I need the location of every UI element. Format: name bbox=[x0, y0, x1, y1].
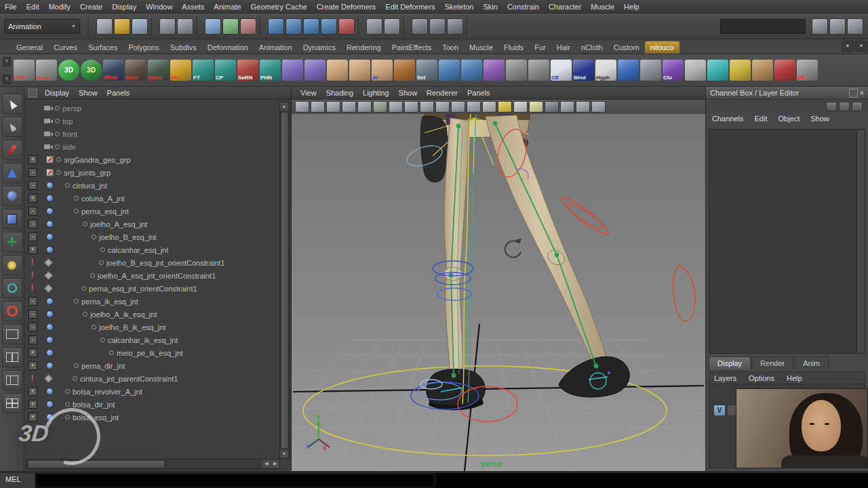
scroll-left-icon[interactable]: ◀ bbox=[262, 460, 271, 468]
viewport-menu-item[interactable]: Lighting bbox=[358, 87, 394, 98]
shelf-item[interactable] bbox=[618, 60, 639, 81]
shelf-overflow-right-icon[interactable]: ▼ bbox=[855, 41, 867, 52]
outliner-item[interactable]: - perna_esq_jnt bbox=[24, 205, 280, 218]
single-pane-layout-button[interactable] bbox=[2, 324, 22, 344]
close-panel-icon[interactable]: × bbox=[860, 89, 864, 97]
outliner-item[interactable]: ! perna_esq_jnt_orientConstraint1 bbox=[24, 282, 280, 295]
outliner-item[interactable]: ! cintura_jnt_parentConstraint1 bbox=[24, 372, 280, 385]
menubar-item[interactable]: Window bbox=[141, 1, 177, 12]
expand-toggle[interactable]: - bbox=[28, 168, 37, 177]
expand-toggle[interactable]: + bbox=[28, 155, 37, 164]
channel-speed-icon[interactable] bbox=[826, 102, 837, 111]
outliner-item[interactable]: persp bbox=[24, 102, 280, 115]
group-grip[interactable] bbox=[403, 18, 409, 35]
shelf-tab[interactable]: nilouco bbox=[645, 41, 679, 54]
shelf-item[interactable] bbox=[528, 60, 549, 81]
shelf-item[interactable]: tfRibl bbox=[103, 60, 124, 81]
shelf-tab[interactable]: Subdivs bbox=[165, 41, 202, 54]
group-grip[interactable] bbox=[259, 18, 265, 35]
viewport-menu-item[interactable]: Shading bbox=[321, 87, 358, 98]
shelf-item[interactable] bbox=[282, 60, 303, 81]
menubar-item[interactable]: Edit Deformers bbox=[380, 1, 439, 12]
outliner-vertical-scrollbar[interactable]: ▲ ▼ bbox=[279, 102, 290, 459]
shelf-tab[interactable]: Fluids bbox=[498, 41, 529, 54]
snap-to-grid-icon[interactable] bbox=[268, 18, 284, 35]
shelf-tab[interactable]: General bbox=[11, 41, 48, 54]
channel-manip-icon[interactable] bbox=[839, 102, 850, 111]
group-grip[interactable] bbox=[151, 18, 157, 35]
menubar-item[interactable]: Assets bbox=[177, 1, 209, 12]
render-settings-icon[interactable] bbox=[447, 18, 463, 35]
shelf-item[interactable] bbox=[752, 60, 773, 81]
shelf-item[interactable]: FT bbox=[193, 60, 214, 81]
scroll-down-icon[interactable]: ▼ bbox=[280, 450, 288, 458]
outliner-item[interactable]: + bolsa_dir_jnt bbox=[24, 398, 280, 411]
camera-attributes-icon[interactable] bbox=[326, 101, 340, 113]
undo-icon[interactable] bbox=[159, 18, 176, 35]
persp-outliner-layout-button[interactable] bbox=[2, 370, 22, 390]
redo-icon[interactable] bbox=[177, 18, 193, 35]
outliner-item[interactable]: + perna_dir_jnt bbox=[24, 359, 280, 372]
lock-camera-icon[interactable] bbox=[311, 101, 325, 113]
channel-pin-icon[interactable] bbox=[852, 102, 863, 111]
shelf-item[interactable]: jsFac bbox=[148, 60, 169, 81]
scroll-thumb[interactable] bbox=[281, 112, 289, 449]
menubar-item[interactable]: Geometry Cache bbox=[246, 1, 312, 12]
expand-toggle[interactable]: - bbox=[28, 220, 37, 228]
expand-toggle[interactable]: + bbox=[28, 194, 37, 203]
menubar-item[interactable]: Animate bbox=[209, 1, 245, 12]
outliner-item[interactable]: - joelho_B_esq_jnt bbox=[24, 230, 280, 243]
shelf-edit-icon[interactable]: ▼ bbox=[3, 75, 11, 84]
shelf-item[interactable]: Clu bbox=[663, 60, 684, 81]
menubar-item[interactable]: Create Deformers bbox=[312, 1, 380, 12]
film-gate-icon[interactable] bbox=[389, 101, 403, 113]
shelf-tab[interactable]: Curves bbox=[48, 41, 83, 54]
menubar-item[interactable]: Create bbox=[75, 1, 107, 12]
shelf-tab[interactable]: Toon bbox=[437, 41, 464, 54]
shelf-item[interactable] bbox=[685, 60, 706, 81]
shelf-item[interactable] bbox=[484, 60, 505, 81]
shelf-item[interactable] bbox=[506, 60, 527, 81]
outliner-item[interactable]: side bbox=[24, 140, 280, 153]
layer-editor-tab[interactable]: Display bbox=[709, 357, 751, 369]
shelf-item[interactable]: SaRN bbox=[237, 60, 258, 81]
open-scene-icon[interactable] bbox=[114, 18, 130, 35]
outliner-item[interactable]: ! joelho_B_esq_jnt_orientConstraint1 bbox=[24, 256, 280, 269]
outliner-horizontal-scrollbar[interactable]: ◀ ▶ bbox=[26, 459, 280, 470]
soft-modification-tool[interactable] bbox=[2, 255, 22, 275]
menubar-item[interactable]: Display bbox=[107, 1, 141, 12]
menubar-item[interactable]: Constrain bbox=[502, 1, 544, 12]
shelf-item[interactable]: r000 bbox=[14, 60, 35, 81]
shelf-tab[interactable]: Dynamics bbox=[298, 41, 341, 54]
shelf-item[interactable] bbox=[349, 60, 370, 81]
shelf-item[interactable]: CP bbox=[215, 60, 236, 81]
group-grip[interactable] bbox=[357, 18, 363, 35]
shelf-item[interactable] bbox=[439, 60, 460, 81]
layer-editor-tab[interactable]: Render bbox=[751, 357, 793, 369]
outliner-item[interactable]: top bbox=[24, 115, 280, 127]
paint-selection-tool[interactable] bbox=[2, 140, 22, 160]
outliner-item[interactable]: - joelho_A_ik_esq_jnt bbox=[24, 308, 280, 321]
shelf-tab[interactable]: Rendering bbox=[341, 41, 387, 54]
channel-box-menu-item[interactable]: Edit bbox=[751, 114, 770, 123]
viewport-menu-item[interactable]: Panels bbox=[462, 87, 495, 98]
shelf-tab[interactable]: Surfaces bbox=[83, 41, 123, 54]
grid-display-icon[interactable] bbox=[373, 101, 387, 113]
menu-set-selector[interactable]: Animation ▼ bbox=[4, 19, 80, 34]
pin-panel-icon[interactable] bbox=[849, 89, 858, 98]
xray-icon[interactable] bbox=[560, 101, 574, 113]
show-manipulator-tool[interactable] bbox=[2, 278, 22, 298]
layer-visibility-toggle[interactable]: V bbox=[713, 405, 726, 416]
channel-box-menu-item[interactable]: Channels bbox=[709, 114, 747, 123]
command-line-input[interactable] bbox=[37, 474, 434, 487]
menubar-item[interactable]: Skeleton bbox=[440, 1, 479, 12]
command-line-mode-label[interactable]: MEL bbox=[0, 473, 35, 488]
shelf-item[interactable]: Hgph bbox=[595, 60, 616, 81]
shelf-item[interactable] bbox=[707, 60, 728, 81]
menubar-item[interactable]: Character bbox=[544, 1, 586, 12]
expand-toggle[interactable] bbox=[28, 117, 36, 125]
outliner-item[interactable]: front bbox=[24, 127, 280, 140]
outliner-menu-item[interactable]: Panels bbox=[102, 87, 135, 98]
shelf-tab[interactable]: nCloth bbox=[576, 41, 608, 54]
shelf-item[interactable] bbox=[394, 60, 415, 81]
